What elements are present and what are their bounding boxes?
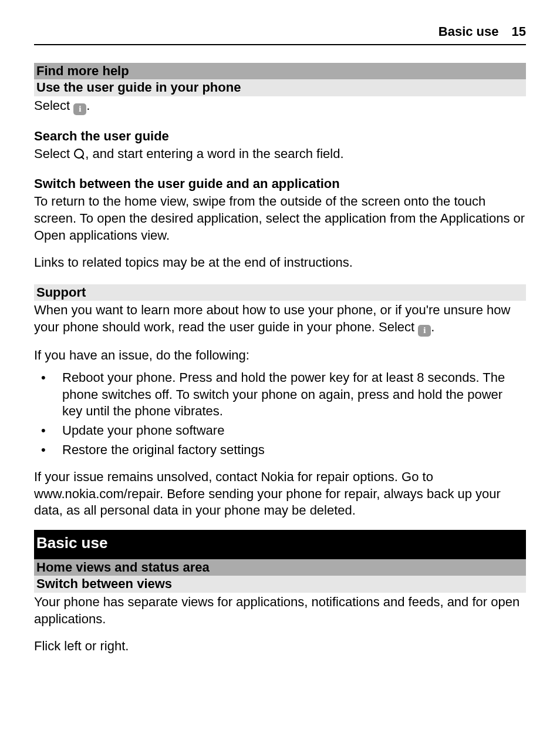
label-support-b: . xyxy=(431,320,434,334)
search-icon xyxy=(73,148,85,160)
page-header: Basic use 15 xyxy=(34,23,526,45)
heading-find-more-help: Find more help xyxy=(34,63,526,80)
text-flick-instruction: Flick left or right. xyxy=(34,638,526,655)
text-switch-instruction: To return to the home view, swipe from t… xyxy=(34,193,526,244)
section-basic-use: Basic use xyxy=(34,530,526,559)
info-icon: i xyxy=(73,103,86,115)
label-period: . xyxy=(86,98,90,113)
heading-switch-between: Switch between the user guide and an app… xyxy=(34,176,526,193)
label-select: Select xyxy=(34,146,70,161)
text-links-note: Links to related topics may be at the en… xyxy=(34,254,526,271)
info-icon: i xyxy=(418,325,431,337)
troubleshoot-list: Reboot your phone. Press and hold the po… xyxy=(34,370,526,458)
text-search-instruction: Select , and start entering a word in th… xyxy=(34,146,526,163)
text-issue-intro: If you have an issue, do the following: xyxy=(34,347,526,364)
label-search-post: , and start entering a word in the searc… xyxy=(85,146,343,161)
header-title: Basic use xyxy=(438,23,499,41)
text-repair-note: If your issue remains unsolved, contact … xyxy=(34,469,526,519)
text-support-intro: When you want to learn more about how to… xyxy=(34,302,526,336)
heading-search-user-guide: Search the user guide xyxy=(34,128,526,145)
subheading-switch-views: Switch between views xyxy=(34,576,526,593)
list-item: Reboot your phone. Press and hold the po… xyxy=(34,370,526,420)
list-item: Update your phone software xyxy=(34,422,526,439)
text-views-description: Your phone has separate views for applic… xyxy=(34,594,526,627)
list-item: Restore the original factory settings xyxy=(34,442,526,459)
subheading-use-user-guide: Use the user guide in your phone xyxy=(34,79,526,96)
text-select-info: Select i. xyxy=(34,98,526,115)
label-support-a: When you want to learn more about how to… xyxy=(34,303,510,334)
heading-home-views: Home views and status area xyxy=(34,559,526,576)
label-select: Select xyxy=(34,98,70,113)
page: Basic use 15 Find more help Use the user… xyxy=(0,0,560,739)
page-number: 15 xyxy=(512,23,526,41)
heading-support: Support xyxy=(34,284,526,301)
